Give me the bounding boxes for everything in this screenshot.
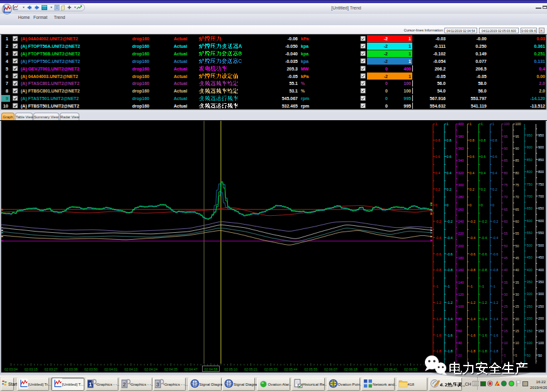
svg-text:kPa: kPa [301, 36, 309, 41]
svg-text:55: 55 [516, 232, 519, 235]
svg-text:100: 100 [538, 341, 544, 345]
svg-text:rpm: rpm [301, 96, 309, 101]
svg-text:-0.8: -0.8 [481, 268, 487, 272]
svg-text:3: 3 [156, 381, 159, 388]
svg-text:30: 30 [504, 293, 507, 296]
svg-text:0.8: 0.8 [447, 138, 452, 142]
svg-text:-0.102: -0.102 [433, 52, 446, 56]
svg-text:Actual: Actual [174, 67, 187, 71]
svg-text:300: 300 [527, 292, 533, 296]
svg-text:550: 550 [527, 231, 533, 235]
svg-text:-0.00: -0.00 [477, 36, 487, 41]
svg-text:350: 350 [538, 280, 544, 284]
svg-text:1: 1 [492, 122, 494, 126]
svg-text:02:06:07: 02:06:07 [324, 367, 337, 371]
svg-text:02:05:33: 02:05:33 [264, 367, 278, 371]
svg-text:250: 250 [538, 305, 544, 308]
svg-text:280: 280 [458, 195, 464, 199]
svg-text:500: 500 [538, 244, 544, 247]
svg-text:02:03:27: 02:03:27 [45, 367, 58, 371]
svg-text:0.4: 0.4 [492, 171, 497, 175]
svg-text:-0.4: -0.4 [492, 236, 498, 240]
svg-text:02:04:47: 02:04:47 [184, 367, 198, 371]
svg-text:drop160: drop160 [132, 74, 149, 79]
svg-text:1: 1 [6, 36, 8, 42]
svg-text:0.2: 0.2 [470, 188, 475, 191]
svg-text:0.8: 0.8 [470, 138, 475, 142]
svg-text:70: 70 [504, 195, 507, 199]
svg-text:drop160: drop160 [132, 44, 149, 49]
svg-text:0.8: 0.8 [481, 138, 486, 142]
svg-text:650: 650 [538, 206, 544, 210]
svg-text:-1.4: -1.4 [447, 317, 453, 321]
svg-text:02:04:58: 02:04:58 [205, 367, 218, 371]
svg-text:%: % [301, 89, 305, 93]
svg-text:100: 100 [527, 341, 533, 345]
svg-text:0: 0 [385, 96, 388, 101]
svg-text:205.3: 205.3 [286, 67, 298, 71]
svg-text:02:06:53: 02:06:53 [404, 367, 417, 371]
svg-text:1: 1 [409, 36, 411, 41]
svg-text:10: 10 [504, 341, 507, 345]
svg-text:-0.03: -0.03 [436, 36, 446, 41]
svg-text:-0.06: -0.06 [288, 36, 298, 41]
svg-text:-0.035: -0.035 [285, 59, 298, 64]
svg-text:-1.6: -1.6 [481, 333, 487, 337]
svg-text:drop160: drop160 [132, 104, 149, 109]
svg-text:240: 240 [458, 220, 464, 223]
svg-text:80: 80 [516, 171, 519, 175]
svg-text:400: 400 [403, 67, 411, 71]
svg-text:553.797: 553.797 [471, 96, 487, 101]
svg-text:70: 70 [516, 195, 519, 199]
svg-text:drop160: drop160 [132, 67, 149, 72]
svg-text:0: 0 [492, 203, 494, 207]
svg-text:0.2: 0.2 [481, 188, 486, 191]
svg-text:Actual: Actual [174, 81, 187, 86]
svg-text:0: 0 [481, 203, 483, 207]
svg-text:-0.8: -0.8 [447, 268, 453, 272]
svg-text:kPa: kPa [301, 74, 309, 79]
svg-text:0.4: 0.4 [436, 171, 441, 175]
svg-text:-0.2: -0.2 [492, 220, 498, 223]
svg-text:02:05:10: 02:05:10 [224, 367, 237, 371]
svg-text:450: 450 [527, 255, 533, 259]
svg-text:1: 1 [409, 44, 411, 48]
svg-text:0.2: 0.2 [492, 188, 497, 191]
svg-text:-2: -2 [384, 36, 388, 41]
svg-text:%: % [301, 81, 305, 86]
svg-text:Actual: Actual [174, 89, 187, 93]
svg-text:0.6: 0.6 [447, 155, 452, 159]
svg-text:-0.111: -0.111 [434, 44, 446, 48]
svg-text:Actual: Actual [174, 44, 187, 48]
svg-text:02:05:21: 02:05:21 [244, 367, 257, 371]
svg-text:-0.040: -0.040 [285, 52, 298, 56]
svg-text:-1.2: -1.2 [447, 301, 453, 305]
svg-text:5: 5 [6, 66, 8, 72]
svg-text:3: 3 [6, 51, 8, 57]
svg-text:54.0: 54.0 [437, 89, 446, 93]
svg-text:50: 50 [504, 244, 507, 248]
svg-text:900: 900 [538, 145, 544, 149]
svg-text:0.6: 0.6 [481, 155, 486, 159]
svg-text:60: 60 [516, 220, 519, 223]
svg-text:-0.6: -0.6 [481, 252, 487, 256]
svg-text:260: 260 [458, 208, 464, 211]
svg-text:4: 4 [6, 59, 8, 64]
svg-text:0.00: 0.00 [536, 74, 545, 79]
svg-text:0.8: 0.8 [492, 138, 497, 142]
svg-text:600: 600 [538, 219, 544, 223]
svg-text:drop160: drop160 [132, 52, 149, 57]
svg-text:-0.6: -0.6 [470, 252, 475, 256]
svg-text:80: 80 [504, 171, 507, 175]
svg-text:02:04:24: 02:04:24 [144, 367, 157, 371]
svg-text:100: 100 [403, 81, 411, 86]
svg-text:0.4: 0.4 [481, 171, 486, 175]
svg-text:10: 10 [3, 103, 8, 109]
svg-text:180: 180 [458, 256, 464, 260]
svg-text:kpa: kpa [301, 44, 308, 49]
svg-text:-1: -1 [470, 284, 473, 288]
svg-text:0.4: 0.4 [539, 67, 545, 71]
svg-text:-14.120: -14.120 [530, 96, 545, 101]
svg-text:80: 80 [458, 317, 462, 321]
svg-text:340: 340 [458, 159, 464, 162]
